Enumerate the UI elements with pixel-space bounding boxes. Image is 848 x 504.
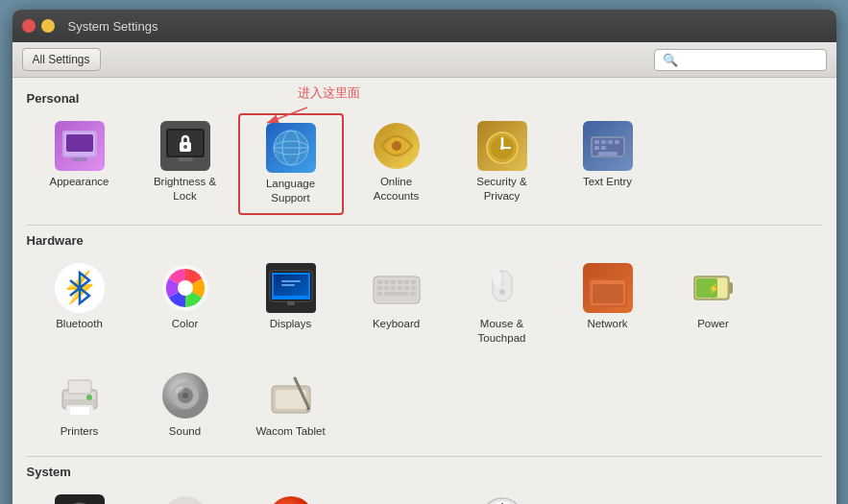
svg-rect-58 <box>377 286 382 290</box>
section-title-hardware: Hardware <box>27 233 822 248</box>
keyboard-icon <box>372 263 422 313</box>
personal-items-grid: Appearance Brightness &Loc <box>27 113 822 215</box>
system-settings-window: System Settings All Settings 🔍 Personal <box>12 10 836 504</box>
item-network[interactable]: Network <box>555 255 661 353</box>
power-label: Power <box>697 317 729 331</box>
item-wacom-tablet[interactable]: Wacom Tablet <box>238 363 344 446</box>
svg-rect-64 <box>377 292 382 296</box>
item-mouse-touchpad[interactable]: Mouse &Touchpad <box>449 255 555 353</box>
search-box: 🔍 <box>654 49 827 71</box>
svg-rect-48 <box>281 284 295 286</box>
item-text-entry[interactable]: Text Entry <box>555 113 661 215</box>
system-items-grid <box>27 487 822 504</box>
item-system-1[interactable] <box>27 487 133 504</box>
section-title-system: System <box>27 465 822 479</box>
svg-rect-53 <box>384 280 389 284</box>
svg-rect-54 <box>391 280 396 284</box>
svg-rect-63 <box>411 286 416 290</box>
system-5-icon <box>477 494 527 504</box>
svg-rect-32 <box>608 140 613 144</box>
item-security-privacy[interactable]: Security &Privacy <box>449 113 555 215</box>
svg-point-20 <box>392 141 401 151</box>
svg-rect-66 <box>410 292 416 296</box>
item-system-2[interactable] <box>133 487 238 504</box>
svg-point-42 <box>178 280 193 296</box>
item-sound[interactable]: Sound <box>133 363 238 446</box>
sound-icon <box>160 371 210 420</box>
item-system-5[interactable] <box>449 487 555 504</box>
svg-point-102 <box>268 496 314 504</box>
system-1-icon <box>55 494 105 504</box>
svg-rect-3 <box>66 134 93 152</box>
svg-rect-35 <box>601 146 606 150</box>
svg-rect-69 <box>493 271 502 286</box>
text-entry-icon <box>583 121 633 171</box>
item-displays[interactable]: Displays <box>238 255 344 353</box>
security-privacy-icon <box>477 121 527 171</box>
color-label: Color <box>172 317 198 331</box>
item-brightness-lock[interactable]: Brightness &Lock <box>133 113 238 215</box>
svg-rect-30 <box>594 140 599 144</box>
svg-rect-65 <box>384 292 408 296</box>
svg-point-86 <box>86 395 92 400</box>
text-entry-label: Text Entry <box>583 175 632 189</box>
online-accounts-icon <box>372 121 422 171</box>
item-bluetooth[interactable]: ⚡ Bluetooth <box>27 255 133 353</box>
svg-rect-60 <box>391 286 396 290</box>
divider-hardware <box>27 225 822 226</box>
mouse-touchpad-icon <box>477 263 527 313</box>
hardware-items-grid-2: Printers <box>27 363 822 446</box>
item-online-accounts[interactable]: OnlineAccounts <box>344 113 449 215</box>
svg-rect-49 <box>287 301 295 305</box>
security-privacy-label: Security &Privacy <box>476 175 526 204</box>
network-label: Network <box>587 317 627 331</box>
language-support-label: LanguageSupport <box>266 177 315 205</box>
bluetooth-label: Bluetooth <box>56 317 103 331</box>
svg-rect-85 <box>70 407 89 415</box>
svg-rect-75 <box>593 284 623 303</box>
item-color[interactable]: Color <box>133 255 238 353</box>
item-appearance[interactable]: Appearance <box>27 113 133 215</box>
item-printers[interactable]: Printers <box>27 363 133 446</box>
bluetooth-icon: ⚡ <box>55 263 105 313</box>
appearance-icon <box>55 121 105 171</box>
displays-label: Displays <box>270 317 311 331</box>
item-keyboard[interactable]: Keyboard <box>344 255 449 353</box>
item-system-4[interactable] <box>344 487 449 504</box>
minimize-button[interactable] <box>41 19 55 33</box>
svg-rect-56 <box>404 280 409 284</box>
system-4-icon <box>372 494 422 504</box>
wacom-tablet-label: Wacom Tablet <box>255 424 325 439</box>
sound-label: Sound <box>169 424 201 439</box>
appearance-label: Appearance <box>49 175 109 189</box>
svg-rect-61 <box>398 286 402 290</box>
displays-icon <box>266 263 316 313</box>
svg-rect-31 <box>601 140 606 144</box>
item-power[interactable]: ⚡ Power <box>661 255 766 353</box>
svg-rect-57 <box>411 280 416 284</box>
svg-point-70 <box>499 289 505 295</box>
system-2-icon <box>160 494 210 504</box>
svg-rect-55 <box>398 280 402 284</box>
network-icon <box>583 263 633 313</box>
printers-icon <box>55 371 105 420</box>
window-title: System Settings <box>68 19 827 34</box>
all-settings-button[interactable]: All Settings <box>22 48 101 71</box>
svg-point-90 <box>182 393 188 398</box>
close-button[interactable] <box>22 19 36 33</box>
svg-point-10 <box>183 145 187 149</box>
item-system-3[interactable] <box>238 487 344 504</box>
toolbar: All Settings 🔍 <box>12 42 836 78</box>
item-language-support[interactable]: 进入这里面 <box>238 113 344 215</box>
power-icon: ⚡ <box>689 263 739 313</box>
brightness-lock-icon <box>160 121 210 171</box>
search-input[interactable] <box>684 53 818 66</box>
divider-system <box>27 456 822 457</box>
svg-rect-33 <box>615 140 619 144</box>
wacom-tablet-icon <box>266 371 316 420</box>
svg-rect-47 <box>281 280 301 282</box>
svg-rect-52 <box>377 280 382 284</box>
online-accounts-label: OnlineAccounts <box>374 175 419 204</box>
section-title-personal: Personal <box>27 91 822 106</box>
svg-point-26 <box>500 146 504 150</box>
